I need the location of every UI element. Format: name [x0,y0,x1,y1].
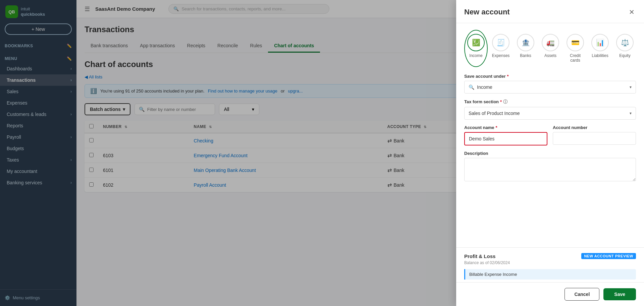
preview-section: Profit & Loss NEW ACCOUNT PREVIEW Balanc… [456,247,644,282]
new-account-preview-badge: NEW ACCOUNT PREVIEW [581,253,636,259]
save-account-under-input[interactable] [477,84,632,90]
expenses-icon: 🧾 [492,34,509,51]
credit-cards-icon: 💳 [567,34,584,51]
acct-type-credit-cards[interactable]: 💳 Credit cards [564,30,587,67]
tax-form-section-group: Tax form section * ⓘ ▾ [464,99,636,120]
equity-icon: ⚖️ [616,34,634,51]
preview-item: Billable Expense Income [464,269,636,280]
preview-date: Balance as of 02/06/2024 [464,260,636,265]
preview-title: Profit & Loss [464,253,495,259]
panel-footer: Cancel Save [456,282,644,306]
acct-type-income[interactable]: 💹 Income [464,30,488,67]
description-group: Description [464,151,636,182]
chevron-down-icon: ▾ [630,111,632,116]
tax-form-section-select-wrapper[interactable]: ▾ [464,107,636,120]
description-label: Description [464,151,636,156]
save-account-under-label: Save account under * [464,74,636,79]
new-account-form: Save account under * 🔍 ▾ Tax form sectio… [456,71,644,247]
search-icon: 🔍 [469,84,474,90]
credit-cards-label: Credit cards [567,53,584,63]
info-circle-icon: ⓘ [503,99,507,105]
equity-label: Equity [619,53,630,58]
panel-header: New account ✕ [456,0,644,23]
account-number-group: Account number [553,125,636,145]
save-account-under-group: Save account under * 🔍 ▾ [464,74,636,94]
account-number-input[interactable] [553,132,636,145]
account-number-label: Account number [553,125,636,130]
account-types-row: 💹 Income 🧾 Expenses 🏦 Banks 🚛 Assets 💳 C… [456,23,644,71]
preview-header: Profit & Loss NEW ACCOUNT PREVIEW [464,253,636,259]
assets-label: Assets [544,53,556,58]
chevron-down-icon: ▾ [630,85,632,89]
tax-form-section-label: Tax form section * ⓘ [464,99,636,105]
acct-type-expenses[interactable]: 🧾 Expenses [489,30,513,67]
acct-type-liabilities[interactable]: 📊 Liabilities [588,30,612,67]
account-name-group: Account name * [464,125,547,145]
acct-type-assets[interactable]: 🚛 Assets [539,30,562,67]
liabilities-icon: 📊 [591,34,609,51]
account-name-label: Account name * [464,125,547,130]
assets-icon: 🚛 [542,34,559,51]
panel-title: New account [464,8,510,16]
tax-form-section-input[interactable] [469,111,632,116]
save-button[interactable]: Save [603,288,636,300]
close-panel-button[interactable]: ✕ [628,7,636,17]
acct-type-equity[interactable]: ⚖️ Equity [613,30,637,67]
liabilities-label: Liabilities [592,53,608,58]
income-icon: 💹 [467,34,485,51]
cancel-button[interactable]: Cancel [565,288,599,301]
account-name-input[interactable] [464,132,547,145]
expenses-label: Expenses [492,53,510,58]
account-name-number-row: Account name * Account number [464,125,636,151]
save-account-under-select-wrapper[interactable]: 🔍 ▾ [464,81,636,94]
banks-label: Banks [520,53,531,58]
description-input[interactable] [464,158,636,181]
acct-type-banks[interactable]: 🏦 Banks [514,30,537,67]
income-label: Income [469,53,482,58]
new-account-panel: New account ✕ 💹 Income 🧾 Expenses 🏦 Bank… [456,0,644,306]
banks-icon: 🏦 [517,34,534,51]
